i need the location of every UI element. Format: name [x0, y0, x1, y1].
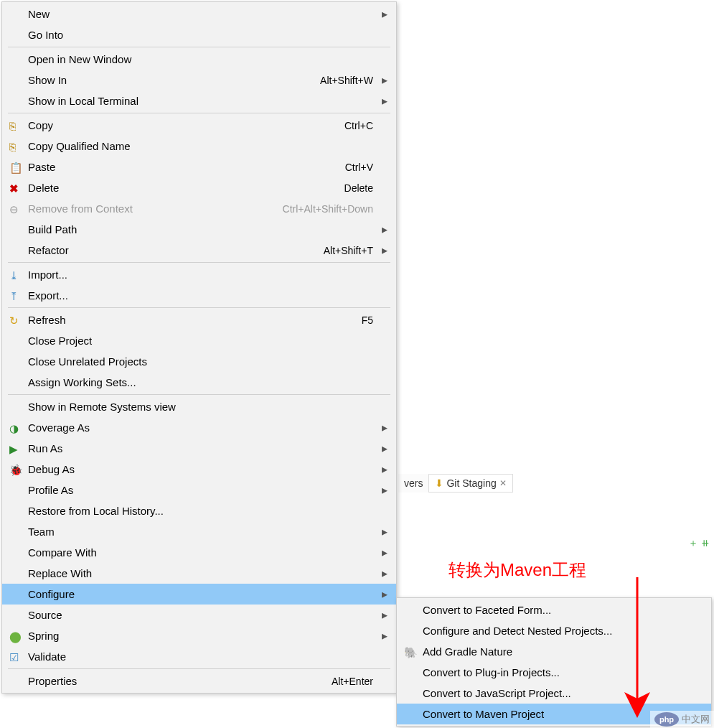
menu-item-run-as[interactable]: ▶Run As▸ [2, 438, 396, 459]
menu-item-team[interactable]: Team▸ [2, 521, 396, 542]
menu-item-spring[interactable]: ⬤Spring▸ [2, 625, 396, 646]
menu-item-label: Go Into [28, 29, 373, 41]
menu-item-label: Show in Remote Systems view [28, 401, 373, 413]
menu-item-label: Copy Qualified Name [28, 140, 373, 152]
submenu-item-configure-and-detect-nested-projects[interactable]: Configure and Detect Nested Projects... [397, 620, 711, 641]
submenu-arrow-icon: ▸ [377, 483, 387, 497]
submenu-arrow-icon: ▸ [377, 525, 387, 538]
menu-item-label: Validate [28, 650, 373, 663]
submenu-arrow-icon: ▸ [377, 243, 387, 257]
menu-item-configure[interactable]: Configure▸ [2, 584, 396, 605]
menu-item-label: Show in Local Terminal [28, 95, 373, 107]
submenu-item-convert-to-faceted-form[interactable]: Convert to Faceted Form... [397, 599, 711, 620]
menu-item-open-in-new-window[interactable]: Open in New Window [2, 49, 396, 70]
menu-item-export[interactable]: ⤒Export... [2, 285, 396, 306]
menu-item-close-project[interactable]: Close Project [2, 330, 396, 351]
menu-item-build-path[interactable]: Build Path▸ [2, 219, 396, 240]
menu-item-label: Assign Working Sets... [28, 376, 373, 388]
menu-item-close-unrelated-projects[interactable]: Close Unrelated Projects [2, 351, 396, 372]
menu-item-refactor[interactable]: RefactorAlt+Shift+T▸ [2, 240, 396, 261]
submenu-arrow-icon: ▸ [377, 587, 387, 601]
menu-item-refresh[interactable]: ↻RefreshF5 [2, 309, 396, 330]
menu-item-import[interactable]: ⤓Import... [2, 264, 396, 285]
submenu-arrow-icon: ▸ [377, 546, 387, 559]
menu-item-debug-as[interactable]: 🐞Debug As▸ [2, 459, 396, 480]
close-icon[interactable]: ✕ [499, 478, 507, 488]
submenu-item-label: Add Gradle Nature [423, 645, 703, 658]
menu-item-label: Delete [28, 182, 344, 194]
menu-item-label: Source [28, 609, 373, 621]
menu-item-label: Replace With [28, 567, 373, 579]
menu-item-validate[interactable]: ☑Validate [2, 646, 396, 667]
annotation-text: 转换为Maven工程 [448, 559, 586, 582]
refresh-icon: ↻ [2, 314, 28, 326]
menu-item-restore-from-local-history[interactable]: Restore from Local History... [2, 500, 396, 521]
menu-item-label: Import... [28, 269, 373, 281]
menu-item-accelerator: Delete [344, 182, 377, 194]
submenu-arrow-icon: ▸ [377, 7, 387, 21]
tab-vers-label: vers [404, 477, 423, 489]
menu-item-go-into[interactable]: Go Into [2, 24, 396, 45]
run-icon: ▶ [2, 443, 28, 454]
submenu-arrow-icon: ▸ [377, 442, 387, 455]
menu-item-label: Team [28, 526, 373, 538]
menu-item-assign-working-sets[interactable]: Assign Working Sets... [2, 372, 396, 393]
menu-item-delete[interactable]: ✖DeleteDelete [2, 177, 396, 198]
menu-separator [8, 47, 390, 47]
submenu-item-label: Convert to Faceted Form... [423, 604, 703, 616]
copy-icon: ⎘ [2, 120, 28, 131]
submenu-arrow-icon: ▸ [377, 566, 387, 580]
menu-separator [8, 307, 390, 308]
menu-item-accelerator: Ctrl+V [345, 162, 377, 173]
menu-item-label: Refresh [28, 314, 362, 326]
menu-item-replace-with[interactable]: Replace With▸ [2, 563, 396, 584]
submenu-item-label: Configure and Detect Nested Projects... [423, 625, 703, 637]
submenu-item-convert-to-plug-in-projects[interactable]: Convert to Plug-in Projects... [397, 662, 711, 683]
menu-item-copy[interactable]: ⎘CopyCtrl+C [2, 115, 396, 136]
menu-item-compare-with[interactable]: Compare With▸ [2, 542, 396, 563]
menu-item-paste[interactable]: 📋PasteCtrl+V [2, 157, 396, 177]
menu-item-label: Debug As [28, 463, 373, 475]
submenu-item-convert-to-javascript-project[interactable]: Convert to JavaScript Project... [397, 683, 711, 704]
menu-item-label: Compare With [28, 546, 373, 559]
menu-item-coverage-as[interactable]: ◑Coverage As▸ [2, 417, 396, 438]
submenu-item-label: Convert to Plug-in Projects... [423, 666, 703, 678]
toolbar-right-icons: ＋ ⧺ [688, 537, 710, 550]
paste-icon: 📋 [2, 162, 28, 173]
plus-plus-icon[interactable]: ⧺ [701, 537, 710, 550]
tab-vers[interactable]: vers [398, 475, 428, 492]
debug-icon: 🐞 [2, 464, 28, 475]
tab-git-staging[interactable]: ⬇ Git Staging ✕ [428, 474, 512, 493]
menu-item-label: Close Project [28, 335, 373, 347]
menu-item-accelerator: Alt+Enter [332, 676, 377, 687]
menu-separator [8, 668, 390, 669]
menu-item-accelerator: Ctrl+Alt+Shift+Down [283, 203, 377, 215]
menu-item-label: Copy [28, 119, 344, 131]
plus-icon[interactable]: ＋ [688, 537, 698, 550]
menu-item-source[interactable]: Source▸ [2, 605, 396, 625]
menu-item-accelerator: Ctrl+C [344, 120, 377, 131]
menu-item-label: Spring [28, 630, 373, 642]
menu-item-label: Restore from Local History... [28, 505, 373, 517]
watermark-cn: 中文网 [682, 713, 710, 726]
menu-item-label: Open in New Window [28, 53, 373, 65]
menu-item-show-in[interactable]: Show InAlt+Shift+W▸ [2, 70, 396, 90]
menu-item-remove-from-context[interactable]: ⊖Remove from ContextCtrl+Alt+Shift+Down [2, 198, 396, 219]
submenu-item-add-gradle-nature[interactable]: 🐘Add Gradle Nature [397, 641, 711, 662]
menu-item-profile-as[interactable]: Profile As▸ [2, 480, 396, 500]
php-badge: php [654, 712, 679, 727]
menu-item-label: Close Unrelated Projects [28, 355, 373, 368]
menu-item-properties[interactable]: PropertiesAlt+Enter [2, 671, 396, 691]
menu-item-show-in-remote-systems-view[interactable]: Show in Remote Systems view [2, 396, 396, 417]
menu-separator [8, 394, 390, 395]
menu-item-show-in-local-terminal[interactable]: Show in Local Terminal▸ [2, 90, 396, 111]
menu-item-label: Profile As [28, 484, 373, 496]
menu-item-copy-qualified-name[interactable]: ⎘Copy Qualified Name [2, 136, 396, 157]
submenu-arrow-icon: ▸ [377, 629, 387, 643]
menu-item-new[interactable]: New▸ [2, 4, 396, 24]
menu-item-label: Refactor [28, 244, 324, 256]
import-icon: ⤓ [2, 269, 28, 281]
menu-item-label: Coverage As [28, 421, 373, 434]
menu-item-label: Configure [28, 588, 373, 600]
submenu-arrow-icon: ▸ [377, 73, 387, 87]
